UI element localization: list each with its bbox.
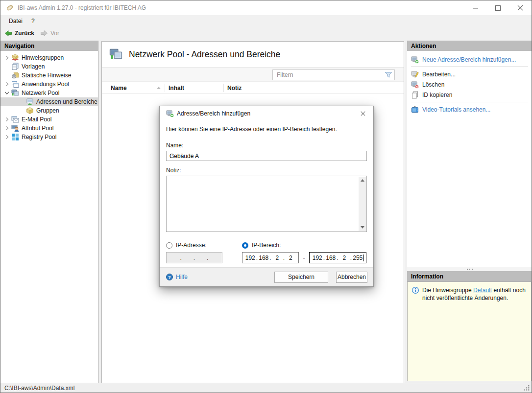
dialog-title-bar: Adresse/Bereich hinzufügen — [160, 106, 373, 121]
nav-item-adressen-und-bereiche[interactable]: Adressen und Bereiche — [0, 97, 98, 106]
ip-address-radio[interactable] — [166, 242, 172, 249]
tv-icon — [411, 106, 419, 114]
copy-icon — [411, 91, 419, 99]
dialog-footer: Hilfe Speichern Abbrechen — [160, 267, 373, 286]
note-scrollbar[interactable] — [359, 177, 366, 231]
close-button[interactable] — [509, 0, 532, 15]
groups-icon — [26, 107, 34, 115]
nav-item-gruppen[interactable]: Gruppen — [0, 106, 98, 115]
add-address-dialog: Adresse/Bereich hinzufügen Hier können S… — [159, 106, 374, 287]
nav-item-statische-hinweise[interactable]: Statische Hinweise — [0, 71, 98, 80]
monitor-add-icon — [166, 110, 174, 117]
panel-splitter[interactable] — [407, 267, 532, 271]
menu-help[interactable]: ? — [27, 15, 39, 26]
nav-item-attribut-pool[interactable]: Attribut Pool — [0, 124, 98, 133]
actions-divider — [411, 67, 528, 67]
chevron-right-icon[interactable] — [3, 125, 10, 132]
close-icon — [360, 110, 366, 117]
range-dash: - — [299, 254, 309, 261]
nav-item-hinweisgruppen[interactable]: Hinweisgruppen — [0, 53, 98, 62]
nav-item-anwendungs-pool[interactable]: Anwendungs Pool — [0, 80, 98, 89]
table-header: Name Inhalt Notiz — [102, 83, 404, 93]
ip-range-radio[interactable] — [242, 242, 248, 249]
nav-item-netzwerk-pool[interactable]: Netzwerk Pool — [0, 89, 98, 97]
chevron-right-icon[interactable] — [3, 134, 10, 140]
ip-option-row: IP-Adresse: IP-Bereich: — [166, 242, 367, 249]
name-input[interactable] — [166, 151, 367, 161]
navigation-header: Navigation — [0, 41, 98, 51]
maximize-button[interactable] — [486, 0, 509, 15]
menu-datei[interactable]: Datei — [4, 15, 27, 26]
forward-button[interactable]: Vor — [40, 29, 59, 37]
text-caret — [363, 254, 364, 261]
monitor-delete-icon — [411, 81, 419, 89]
ip-range-option[interactable]: IP-Bereich: — [242, 242, 281, 249]
information-header: Information — [407, 271, 532, 281]
navigation-panel: Navigation Hinweisgruppen Vorlagen Stati… — [0, 41, 98, 384]
status-file-path: C:\IBI-aws\Admin\Data.xml — [4, 385, 74, 392]
email-pool-icon — [11, 116, 19, 123]
nav-item-vorlagen[interactable]: Vorlagen — [0, 62, 98, 71]
dialog-close-button[interactable] — [353, 106, 373, 121]
monitor-edit-icon — [411, 70, 419, 78]
info-icon — [411, 286, 419, 294]
chevron-right-icon[interactable] — [3, 81, 10, 88]
save-button[interactable]: Speichern — [274, 272, 328, 283]
chevron-right-icon[interactable] — [3, 54, 10, 61]
menu-bar: Datei ? — [0, 15, 532, 26]
actions-divider — [411, 102, 528, 102]
action-video-tutorials[interactable]: Video-Tutorials ansehen... — [407, 104, 532, 115]
status-bar: C:\IBI-aws\Admin\Data.xml — [0, 383, 532, 393]
ip-address-option[interactable]: IP-Adresse: — [166, 242, 242, 249]
scroll-up-icon[interactable] — [361, 179, 364, 182]
filter-funnel-icon[interactable] — [385, 71, 392, 79]
back-button[interactable]: Zurück — [4, 29, 34, 37]
scroll-down-icon[interactable] — [361, 226, 364, 229]
notice-groups-icon — [11, 54, 19, 62]
note-label: Notiz: — [166, 167, 367, 174]
filter-row — [102, 67, 404, 82]
action-edit[interactable]: Bearbeiten... — [407, 69, 532, 79]
help-icon — [166, 273, 173, 281]
actions-panel: Neue Adresse/Bereich hinzufügen... Bearb… — [407, 51, 532, 267]
column-header-inhalt[interactable]: Inhalt — [165, 83, 223, 93]
toolbar: Zurück Vor — [0, 26, 532, 40]
chevron-down-icon[interactable] — [3, 90, 10, 96]
back-arrow-icon — [4, 29, 12, 37]
dialog-description: Hier können Sie eine IP-Adresse oder ein… — [166, 126, 367, 133]
note-field — [166, 176, 367, 232]
filter-input[interactable] — [272, 69, 395, 80]
ip-input-row: ... 192.168.2.2 - 192.168.2.255 — [166, 252, 367, 263]
nav-item-registry-pool[interactable]: Registry Pool — [0, 133, 98, 141]
action-add-address[interactable]: Neue Adresse/Bereich hinzufügen... — [407, 54, 532, 65]
window-title: IBI-aws Admin 1.27.0 - registriert für I… — [18, 4, 146, 11]
attribute-pool-icon — [11, 124, 19, 132]
ip-range-to-input[interactable]: 192.168.2.255 — [309, 252, 366, 263]
network-pool-icon — [109, 48, 122, 61]
nav-item-email-pool[interactable]: E-Mail Pool — [0, 115, 98, 124]
minimize-button[interactable] — [464, 0, 486, 15]
default-group-link[interactable]: Default — [473, 287, 492, 294]
information-text: Die Hinweisgruppe Default enthält noch n… — [422, 286, 526, 302]
action-delete[interactable]: Löschen — [407, 79, 532, 90]
cancel-button[interactable]: Abbrechen — [336, 272, 367, 283]
network-address-icon — [26, 98, 34, 106]
actions-header: Aktionen — [407, 41, 532, 51]
app-icon — [6, 4, 14, 12]
ip-range-from-input[interactable]: 192.168.2.2 — [242, 252, 299, 263]
chevron-right-icon[interactable] — [3, 116, 10, 123]
column-header-notiz[interactable]: Notiz — [224, 83, 404, 93]
name-label: Name: — [166, 142, 367, 149]
templates-icon — [11, 63, 19, 70]
static-notices-icon — [11, 71, 19, 79]
note-textarea[interactable] — [167, 176, 358, 231]
resize-grip[interactable] — [524, 385, 530, 391]
sort-ascending-icon — [157, 87, 161, 89]
help-link[interactable]: Hilfe — [166, 273, 188, 281]
page-title: Netzwerk Pool - Adressen und Bereiche — [129, 49, 280, 60]
information-panel: Die Hinweisgruppe Default enthält noch n… — [407, 281, 532, 381]
app-window: IBI-aws Admin 1.27.0 - registriert für I… — [0, 0, 532, 393]
ip-address-input[interactable]: ... — [166, 252, 222, 263]
column-header-name[interactable]: Name — [111, 83, 165, 93]
action-copy-id[interactable]: ID kopieren — [407, 90, 532, 100]
